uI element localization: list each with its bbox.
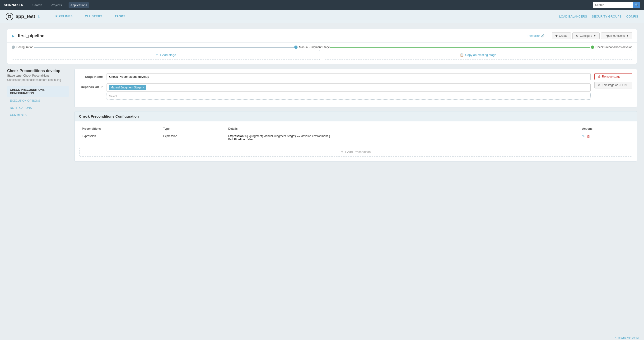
clusters-icon: ☷ bbox=[80, 14, 84, 18]
pipeline-flow: Configuration Manual Judgment Stage Chec… bbox=[7, 43, 637, 50]
col-details: Details bbox=[226, 126, 579, 132]
load-balancers-link[interactable]: LOAD BALANCERS bbox=[559, 15, 587, 18]
app-header: app_test ↻ ☰ PIPELINES ☷ CLUSTERS ☰ TASK… bbox=[0, 10, 644, 23]
config-section: Check Preconditions Configuration Precon… bbox=[74, 111, 637, 161]
chevron-down-icon-2: ▼ bbox=[626, 34, 629, 37]
pipeline-header: ▶ first_pipeline Permalink 🔗 ✚ Create ⚙ … bbox=[7, 29, 637, 43]
global-search-button[interactable]: 🔍 bbox=[633, 2, 640, 8]
remove-stage-button[interactable]: 🗑 Remove stage bbox=[594, 73, 632, 80]
cell-details: Expression: ${ #judgment('Manual Judgmen… bbox=[226, 132, 579, 144]
stage-check-label: Check Preconditions develop bbox=[596, 45, 632, 49]
brand-logo: SPINNAKER bbox=[4, 3, 23, 7]
pipeline-actions: ✚ + Add stage 📋 Copy an existing stage bbox=[7, 50, 637, 64]
stage-name-row: Stage Name bbox=[79, 73, 590, 80]
nav-search[interactable]: Search bbox=[30, 2, 44, 8]
global-search-box: 🔍 bbox=[593, 2, 640, 8]
stage-form: Stage Name Depends On ? Manual Judgment … bbox=[74, 69, 637, 107]
plus-icon-3: ✚ bbox=[341, 150, 343, 154]
add-stage-button[interactable]: ✚ + Add stage bbox=[12, 50, 320, 60]
add-precondition-button[interactable]: ✚ + Add Precondition bbox=[79, 147, 632, 157]
stage-type-label: Stage type: Check Preconditions bbox=[7, 74, 69, 77]
col-actions: Actions bbox=[579, 126, 632, 132]
stage-config-label: Configuration bbox=[16, 45, 33, 49]
stage-description: Checks for preconditions before continui… bbox=[7, 78, 69, 81]
create-button[interactable]: ✚ Create bbox=[552, 32, 571, 39]
depends-on-row: Depends On ? Manual Judgment Stage × Sel… bbox=[79, 83, 590, 100]
global-search-input[interactable] bbox=[593, 2, 633, 8]
pipeline-actions-button[interactable]: Pipeline Actions ▼ bbox=[601, 32, 632, 39]
tasks-label: TASKS bbox=[114, 14, 126, 18]
plus-icon: ✚ bbox=[555, 34, 558, 37]
nav-applications[interactable]: Applications bbox=[68, 2, 89, 8]
delete-precondition-icon[interactable]: 🗑 bbox=[587, 134, 590, 138]
config-section-body: Preconditions Type Details Actions Expre… bbox=[75, 121, 637, 161]
copy-icon: 📋 bbox=[460, 53, 464, 57]
stage-detail: Check Preconditions develop Stage type: … bbox=[7, 69, 637, 161]
pipelines-icon: ☰ bbox=[51, 14, 54, 18]
action-icons: ✎ 🗑 bbox=[582, 134, 630, 138]
sidebar-nav-config[interactable]: CHECK PRECONDITIONS CONFIGURATION bbox=[7, 86, 69, 97]
stage-name-input[interactable] bbox=[106, 73, 590, 80]
config-link[interactable]: CONFIG bbox=[626, 15, 638, 18]
flow-connector-1 bbox=[34, 47, 294, 48]
stage-sidebar-title: Check Preconditions develop bbox=[7, 69, 69, 73]
top-nav: SPINNAKER Search Projects Applications 🔍 bbox=[0, 0, 644, 10]
stage-check-preconditions[interactable]: Check Preconditions develop bbox=[591, 45, 632, 49]
form-fields: Stage Name Depends On ? Manual Judgment … bbox=[79, 73, 590, 103]
permalink-icon: 🔗 bbox=[541, 34, 544, 37]
refresh-icon[interactable]: ↻ bbox=[38, 15, 40, 18]
stage-dot-config bbox=[12, 45, 15, 49]
stage-dot-manual bbox=[294, 45, 298, 49]
col-preconditions: Preconditions bbox=[79, 126, 160, 132]
config-section-header: Check Preconditions Configuration bbox=[75, 111, 637, 121]
clusters-label: CLUSTERS bbox=[85, 14, 102, 18]
app-icon-inner bbox=[8, 15, 11, 18]
main-content: ▶ first_pipeline Permalink 🔗 ✚ Create ⚙ … bbox=[0, 23, 644, 172]
stage-sidebar-nav: CHECK PRECONDITIONS CONFIGURATION EXECUT… bbox=[7, 86, 69, 119]
select-placeholder[interactable]: Select... bbox=[106, 93, 590, 100]
sidebar-nav-comments[interactable]: COMMENTS bbox=[7, 111, 69, 119]
pipeline-card: ▶ first_pipeline Permalink 🔗 ✚ Create ⚙ … bbox=[7, 29, 637, 64]
chevron-down-icon: ▼ bbox=[593, 34, 596, 37]
pipelines-label: PIPELINES bbox=[56, 14, 72, 18]
stage-dot-check bbox=[591, 45, 594, 49]
configure-button[interactable]: ⚙ Configure ▼ bbox=[572, 32, 600, 39]
stage-actions-top: 🗑 Remove stage ⚙ Edit stage as JSON bbox=[594, 73, 632, 103]
sidebar-nav-execution[interactable]: EXECUTION OPTIONS bbox=[7, 97, 69, 104]
stage-manual-label: Manual Judgment Stage bbox=[299, 45, 330, 49]
app-icon bbox=[6, 13, 13, 20]
security-groups-link[interactable]: SECURITY GROUPS bbox=[592, 15, 622, 18]
nav-tasks[interactable]: ☰ TASKS bbox=[107, 10, 129, 23]
nav-clusters[interactable]: ☷ CLUSTERS bbox=[77, 10, 106, 23]
col-type: Type bbox=[160, 126, 226, 132]
sidebar-nav-notifications[interactable]: NOTIFICATIONS bbox=[7, 104, 69, 111]
stage-main: Stage Name Depends On ? Manual Judgment … bbox=[74, 69, 637, 161]
flow-connector-2 bbox=[330, 47, 590, 48]
edit-json-button[interactable]: ⚙ Edit stage as JSON bbox=[594, 82, 632, 88]
edit-precondition-icon[interactable]: ✎ bbox=[582, 134, 585, 138]
preconditions-table: Preconditions Type Details Actions Expre… bbox=[79, 126, 632, 143]
gear-icon: ⚙ bbox=[576, 34, 578, 37]
depends-on-label: Depends On ? bbox=[79, 83, 103, 89]
tag-remove-icon[interactable]: × bbox=[142, 86, 144, 89]
stage-configuration[interactable]: Configuration bbox=[12, 45, 33, 49]
help-icon[interactable]: ? bbox=[101, 85, 103, 89]
nav-projects[interactable]: Projects bbox=[49, 2, 64, 8]
depends-container: Manual Judgment Stage × Select... bbox=[106, 83, 590, 100]
depends-tag-row: Manual Judgment Stage × bbox=[106, 83, 590, 91]
app-title-group: app_test ↻ bbox=[6, 13, 40, 20]
permalink-link[interactable]: Permalink 🔗 bbox=[528, 34, 544, 37]
app-nav-right: LOAD BALANCERS SECURITY GROUPS CONFIG bbox=[559, 15, 638, 18]
cell-precondition: Expression bbox=[79, 132, 160, 144]
nav-pipelines[interactable]: ☰ PIPELINES bbox=[48, 10, 76, 23]
gear-icon-2: ⚙ bbox=[598, 83, 600, 87]
pipeline-name: first_pipeline bbox=[18, 33, 44, 38]
trash-icon: 🗑 bbox=[598, 75, 601, 78]
plus-icon-2: ✚ bbox=[156, 53, 158, 57]
stage-sidebar: Check Preconditions develop Stage type: … bbox=[7, 69, 69, 161]
copy-stage-button[interactable]: 📋 Copy an existing stage bbox=[324, 50, 632, 60]
stage-manual-judgment[interactable]: Manual Judgment Stage bbox=[294, 45, 330, 49]
cell-type: Expression bbox=[160, 132, 226, 144]
cell-actions: ✎ 🗑 bbox=[579, 132, 632, 144]
app-name: app_test bbox=[16, 14, 35, 19]
